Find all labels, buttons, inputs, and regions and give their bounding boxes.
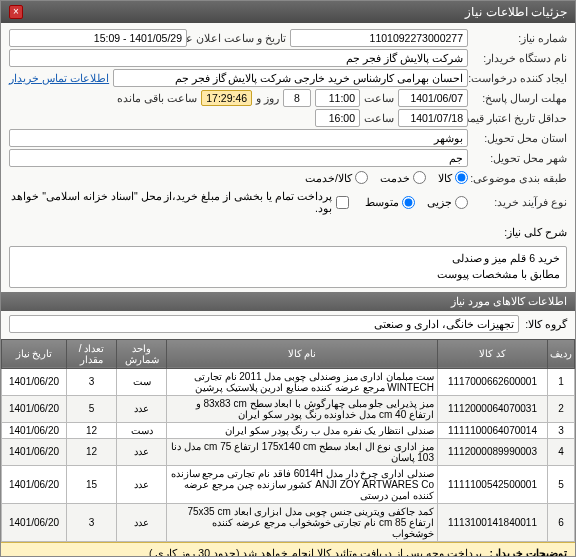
radio-service[interactable]: خدمت — [380, 171, 426, 184]
cell-date: 1401/06/20 — [2, 395, 67, 422]
need-no-label: شماره نیاز: — [472, 32, 567, 44]
table-row[interactable]: 51111100542500001صندلی اداری چرخ دار مدل… — [2, 465, 575, 503]
cell-name: میز پذیرایی جلو مبلی چهارگوش با ابعاد سط… — [167, 395, 438, 422]
items-section-title: اطلاعات کالاهای مورد نیاز — [1, 292, 575, 311]
process-radios: جزیی متوسط — [365, 194, 468, 211]
cell-date: 1401/06/20 — [2, 368, 67, 395]
valid-date-field: 1401/07/18 — [398, 109, 468, 127]
group-field: تجهیزات خانگی، اداری و صنعتی — [9, 315, 519, 333]
th-qty: تعداد / مقدار — [67, 339, 117, 368]
cell-name: صندلی انتظار یک نفره مدل ب رنگ پودر سکو … — [167, 422, 438, 438]
cell-qty: 12 — [67, 438, 117, 465]
cell-name: کمد جاکفی ویترینی جنس چوبی مدل ابزاری اب… — [167, 503, 438, 541]
cell-unit: ست — [117, 368, 167, 395]
days-field: 8 — [283, 89, 311, 107]
cell-name: میز اداری نوع ال ابعاد سطح 175x140 cm ار… — [167, 438, 438, 465]
days-label: روز و — [256, 92, 279, 104]
cell-code: 1112000089990003 — [438, 438, 548, 465]
window: جزئیات اطلاعات نیاز × شماره نیاز: 110109… — [0, 0, 576, 557]
announce-field: 1401/05/29 - 15:09 — [9, 29, 187, 47]
th-code: کد کالا — [438, 339, 548, 368]
cell-code: 1111100542500001 — [438, 465, 548, 503]
table-row[interactable]: 61113100141840011کمد جاکفی ویترینی جنس چ… — [2, 503, 575, 541]
table-row[interactable]: 41112000089990003میز اداری نوع ال ابعاد … — [2, 438, 575, 465]
cell-code: 1112000064070031 — [438, 395, 548, 422]
province-label: استان محل تحویل: — [472, 132, 567, 144]
header-form: شماره نیاز: 1101092273000277 تاریخ و ساع… — [1, 23, 575, 222]
payment-checkbox[interactable] — [336, 196, 349, 209]
th-name: نام کالا — [167, 339, 438, 368]
cell-rownum: 6 — [548, 503, 575, 541]
reply-time-field: 11:00 — [315, 89, 360, 107]
remaining-label: ساعت باقی مانده — [117, 92, 197, 104]
radio-low[interactable]: جزیی — [427, 196, 468, 209]
cell-rownum: 3 — [548, 422, 575, 438]
province-field: بوشهر — [9, 129, 468, 147]
cell-qty: 3 — [67, 368, 117, 395]
cell-date: 1401/06/20 — [2, 503, 67, 541]
cell-name: صندلی اداری چرخ دار مدل 6014H فاقد نام ت… — [167, 465, 438, 503]
cell-code: 1111100064070014 — [438, 422, 548, 438]
buyer-org-field: شرکت پالایش گاز فجر جم — [9, 49, 468, 67]
th-unit: واحد شمارش — [117, 339, 167, 368]
category-label: طبقه بندی موضوعی: — [472, 172, 567, 184]
cell-qty: 15 — [67, 465, 117, 503]
cell-rownum: 5 — [548, 465, 575, 503]
time-label-1: ساعت — [364, 92, 394, 104]
category-radios: کالا خدمت کالا/خدمت — [9, 169, 468, 186]
process-label: نوع فرآیند خرید: — [472, 196, 567, 208]
radio-both[interactable]: کالا/خدمت — [305, 171, 368, 184]
payment-note: پرداخت تمام یا بخشی از مبلغ خرید،از محل … — [9, 190, 332, 214]
table-row[interactable]: 21112000064070031میز پذیرایی جلو مبلی چه… — [2, 395, 575, 422]
table-row[interactable]: 31111100064070014صندلی انتظار یک نفره مد… — [2, 422, 575, 438]
cell-qty: 12 — [67, 422, 117, 438]
payment-check-row: پرداخت تمام یا بخشی از مبلغ خرید،از محل … — [9, 188, 349, 216]
table-row[interactable]: 11117000662600001ست مبلمان اداری میز وصن… — [2, 368, 575, 395]
need-no-field: 1101092273000277 — [290, 29, 468, 47]
reply-deadline-label: مهلت ارسال پاسخ: — [472, 92, 567, 104]
summary-row: شرح کلی نیاز: — [1, 222, 575, 242]
radio-goods[interactable]: کالا — [438, 171, 468, 184]
cell-qty: 5 — [67, 395, 117, 422]
window-title: جزئیات اطلاعات نیاز — [465, 5, 567, 19]
cell-date: 1401/06/20 — [2, 465, 67, 503]
countdown-timer: 17:29:46 — [201, 90, 252, 106]
cell-code: 1117000662600001 — [438, 368, 548, 395]
time-label-2: ساعت — [364, 112, 394, 124]
th-row: ردیف — [548, 339, 575, 368]
contact-link[interactable]: اطلاعات تماس خریدار — [9, 72, 109, 85]
cell-name: ست مبلمان اداری میز وصندلی چوبی مدل 2011… — [167, 368, 438, 395]
cell-unit: عدد — [117, 395, 167, 422]
titlebar: جزئیات اطلاعات نیاز × — [1, 1, 575, 23]
city-label: شهر محل تحویل: — [472, 152, 567, 164]
cell-unit: عدد — [117, 503, 167, 541]
valid-label: حداقل تاریخ اعتبار قیمت تا تاریخ: — [472, 112, 567, 124]
radio-mid-input[interactable] — [402, 196, 415, 209]
valid-time-field: 16:00 — [315, 109, 360, 127]
requester-field: احسان بهرامی کارشناس خرید خارجی شرکت پال… — [113, 69, 468, 87]
cell-rownum: 4 — [548, 438, 575, 465]
cell-unit: عدد — [117, 438, 167, 465]
cell-date: 1401/06/20 — [2, 438, 67, 465]
items-table: ردیف کد کالا نام کالا واحد شمارش تعداد /… — [1, 339, 575, 542]
city-field: جم — [9, 149, 468, 167]
summary-box: خرید 6 قلم میز و صندلی مطابق با مشخصات پ… — [9, 246, 567, 288]
cell-unit: عدد — [117, 465, 167, 503]
radio-both-input[interactable] — [355, 171, 368, 184]
radio-goods-input[interactable] — [455, 171, 468, 184]
content-area: شماره نیاز: 1101092273000277 تاریخ و ساع… — [1, 23, 575, 556]
table-header-row: ردیف کد کالا نام کالا واحد شمارش تعداد /… — [2, 339, 575, 368]
group-label: گروه کالا: — [525, 318, 567, 330]
close-icon[interactable]: × — [9, 5, 23, 19]
radio-low-input[interactable] — [455, 196, 468, 209]
group-row: گروه کالا: تجهیزات خانگی، اداری و صنعتی — [1, 311, 575, 337]
radio-service-input[interactable] — [413, 171, 426, 184]
cell-qty: 3 — [67, 503, 117, 541]
footer-note-1: پرداخت وجه پس از دریافت وتائید کالا انجا… — [9, 546, 482, 557]
cell-code: 1113100141840011 — [438, 503, 548, 541]
radio-mid[interactable]: متوسط — [365, 196, 415, 209]
reply-date-field: 1401/06/07 — [398, 89, 468, 107]
footer-note: توضیحات خریدار: پرداخت وجه پس از دریافت … — [1, 542, 575, 557]
summary-label: شرح کلی نیاز: — [504, 226, 567, 238]
cell-rownum: 1 — [548, 368, 575, 395]
